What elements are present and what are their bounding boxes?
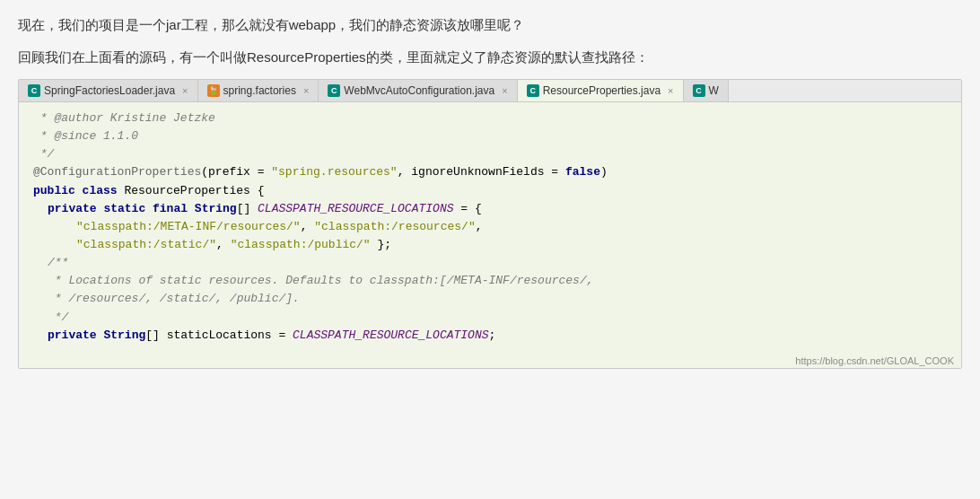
code-line-4: @ConfigurationProperties(prefix = "sprin… (19, 163, 961, 181)
paragraph-2: 回顾我们在上面看的源码，有一个叫做ResourceProperties的类，里面… (18, 47, 962, 68)
code-line-12: * Locations of static resources. Default… (19, 272, 961, 290)
paragraph-1: 现在，我们的项目是一个jar工程，那么就没有webapp，我们的静态资源该放哪里… (18, 14, 962, 36)
code-line-8: "classpath:/META-INF/resources/", "class… (19, 218, 961, 236)
code-line-13: * /resources/, /static/, /public/]. (19, 290, 961, 308)
tab-spring-factories[interactable]: 🍃 spring.factories × (198, 80, 319, 101)
code-container: C SpringFactoriesLoader.java × 🍃 spring.… (18, 79, 962, 369)
tab-label-webmvc-auto: WebMvcAutoConfiguration.java (344, 84, 494, 97)
code-line-15: private String[] staticLocations = CLASS… (19, 327, 961, 345)
tab-icon-spring-factories: 🍃 (207, 84, 220, 97)
tab-label-w: W (709, 84, 719, 97)
code-line-2: * @since 1.1.0 (19, 127, 961, 145)
tab-label-spring-factories-loader: SpringFactoriesLoader.java (44, 84, 175, 97)
tab-close-resource-properties[interactable]: × (668, 85, 673, 96)
code-line-3: */ (19, 145, 961, 163)
tab-close-webmvc-auto[interactable]: × (502, 85, 507, 96)
code-line-1: * @author Kristine Jetzke (19, 109, 961, 127)
tab-overflow[interactable]: C W (684, 80, 729, 101)
tab-icon-resource-properties: C (527, 84, 539, 97)
code-line-9: "classpath:/static/", "classpath:/public… (19, 236, 961, 254)
tab-webmvc-auto[interactable]: C WebMvcAutoConfiguration.java × (319, 80, 517, 101)
tab-spring-factories-loader[interactable]: C SpringFactoriesLoader.java × (19, 80, 198, 101)
tab-icon-webmvc-auto: C (328, 84, 340, 97)
code-area: * @author Kristine Jetzke * @since 1.1.0… (19, 102, 961, 352)
code-line-11: /** (19, 254, 961, 272)
tab-close-spring-factories-loader[interactable]: × (182, 85, 188, 96)
code-line-5: public class ResourceProperties { (19, 182, 961, 200)
tab-resource-properties[interactable]: C ResourceProperties.java × (518, 80, 684, 102)
tab-close-spring-factories[interactable]: × (303, 85, 309, 96)
tab-label-resource-properties: ResourceProperties.java (543, 84, 661, 97)
tab-icon-spring-factories-loader: C (28, 84, 40, 97)
watermark: https://blog.csdn.net/GLOAL_COOK (19, 352, 961, 368)
tab-bar: C SpringFactoriesLoader.java × 🍃 spring.… (19, 80, 961, 102)
page-wrapper: 现在，我们的项目是一个jar工程，那么就没有webapp，我们的静态资源该放哪里… (0, 0, 980, 383)
code-line-7: private static final String[] CLASSPATH_… (19, 200, 961, 218)
code-line-14: */ (19, 309, 961, 327)
tab-label-spring-factories: spring.factories (223, 84, 296, 97)
tab-icon-w: C (693, 84, 705, 97)
